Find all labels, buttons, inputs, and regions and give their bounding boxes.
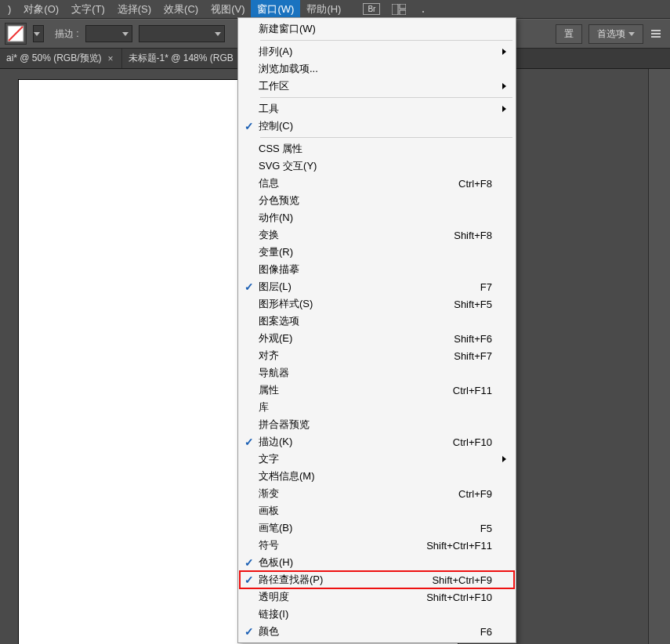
menu-item-label: 变量(R): [259, 245, 293, 259]
menu-item-label: 路径查找器(P): [259, 573, 323, 587]
menu-item[interactable]: 拼合器预览: [240, 416, 514, 433]
menu-item[interactable]: 工具: [240, 100, 514, 118]
menu-item[interactable]: ✓路径查找器(P)Shift+Ctrl+F9: [240, 571, 514, 588]
stroke-label: 描边 :: [55, 27, 79, 41]
arrange-documents-icon[interactable]: [391, 2, 407, 16]
menu-item[interactable]: 链接(I): [240, 606, 514, 623]
no-fill-swatch[interactable]: [5, 23, 27, 45]
menu-item-shortcut: F5: [480, 523, 514, 534]
menu-item[interactable]: 变量(R): [240, 244, 514, 261]
menu-item[interactable]: ✓颜色F6: [240, 623, 514, 640]
menu-object[interactable]: 对象(O): [17, 0, 65, 19]
menu-item-label: 浏览加载项...: [259, 62, 318, 76]
checkmark-icon: ✓: [240, 625, 259, 638]
settings-button[interactable]: 置: [556, 24, 582, 44]
checkmark-icon: ✓: [240, 573, 259, 586]
window-menu-dropdown: 新建窗口(W)排列(A)浏览加载项...工作区工具✓控制(C)CSS 属性SVG…: [237, 17, 516, 643]
menu-item[interactable]: ✓色板(H): [240, 554, 514, 571]
menu-item[interactable]: 图像描摹: [240, 261, 514, 278]
menu-item-shortcut: Shift+Ctrl+F11: [426, 540, 514, 552]
menu-item-shortcut: Shift+F6: [454, 333, 514, 345]
menu-item[interactable]: 工作区: [240, 78, 514, 95]
rocket-icon[interactable]: [418, 2, 433, 16]
menu-separator: [260, 40, 512, 41]
menu-type[interactable]: 文字(T): [65, 0, 111, 19]
menu-item-shortcut: Ctrl+F10: [453, 436, 514, 448]
menu-item[interactable]: 属性Ctrl+F11: [240, 382, 514, 399]
menu-item[interactable]: 画板: [240, 502, 514, 519]
menu-item[interactable]: 画笔(B)F5: [240, 519, 514, 537]
menu-help[interactable]: 帮助(H): [300, 0, 347, 19]
checkmark-icon: ✓: [240, 436, 259, 448]
checkmark-icon: ✓: [240, 556, 259, 569]
svg-rect-0: [392, 4, 398, 15]
menu-item[interactable]: 库: [240, 399, 514, 416]
document-tab-label: 未标题-1* @ 148% (RGB: [129, 52, 234, 65]
submenu-arrow-icon: [502, 456, 506, 462]
menu-item-label: 描边(K): [259, 435, 292, 449]
menu-item[interactable]: ✓图层(L)F7: [240, 278, 514, 295]
menu-truncated[interactable]: ): [2, 1, 17, 17]
menu-item[interactable]: 浏览加载项...: [240, 60, 514, 78]
chevron-down-icon: [628, 32, 635, 36]
menu-item-label: 分色预览: [259, 194, 299, 208]
document-tab[interactable]: 未标题-1* @ 148% (RGB: [122, 49, 242, 68]
menu-item[interactable]: 文档信息(M): [240, 468, 514, 485]
menu-item[interactable]: 变换Shift+F8: [240, 226, 514, 244]
menu-item-label: 动作(N): [259, 211, 293, 225]
fill-dropdown[interactable]: [33, 25, 44, 42]
menu-item[interactable]: 导航器: [240, 364, 514, 382]
menu-item[interactable]: CSS 属性: [240, 140, 514, 157]
menu-item-label: 渐变: [259, 487, 279, 501]
menu-item[interactable]: 透明度Shift+Ctrl+F10: [240, 588, 514, 606]
menu-item-label: 属性: [259, 383, 279, 397]
menu-window[interactable]: 窗口(W): [251, 0, 300, 19]
menu-item-label: 新建窗口(W): [259, 22, 316, 36]
menu-item[interactable]: 对齐Shift+F7: [240, 347, 514, 364]
menu-item[interactable]: 动作(N): [240, 209, 514, 226]
menu-item[interactable]: 文字: [240, 450, 514, 468]
menu-item-label: 外观(E): [259, 331, 292, 346]
menu-item-label: 图层(L): [259, 280, 292, 294]
menu-select[interactable]: 选择(S): [111, 0, 158, 19]
bridge-icon[interactable]: Br: [363, 3, 380, 15]
menu-effect[interactable]: 效果(C): [158, 0, 205, 19]
document-tab[interactable]: ai* @ 50% (RGB/预览) ×: [0, 49, 122, 68]
menu-item[interactable]: 排列(A): [240, 43, 514, 60]
menubar-icons: Br: [363, 2, 433, 16]
submenu-arrow-icon: [502, 49, 506, 55]
document-tab-label: ai* @ 50% (RGB/预览): [6, 52, 102, 65]
chevron-down-icon: [122, 32, 129, 36]
menu-item-label: 工作区: [259, 79, 289, 93]
menu-item[interactable]: 分色预览: [240, 192, 514, 209]
menu-item[interactable]: 外观(E)Shift+F6: [240, 330, 514, 347]
right-panel-dock[interactable]: [648, 69, 670, 644]
menu-item-label: 画板: [259, 504, 279, 518]
menubar: ) 对象(O) 文字(T) 选择(S) 效果(C) 视图(V) 窗口(W) 帮助…: [0, 0, 670, 19]
menu-item[interactable]: 信息Ctrl+F8: [240, 175, 514, 192]
stroke-weight-field[interactable]: [85, 25, 132, 42]
menu-item-label: 对齐: [259, 349, 279, 363]
menu-item[interactable]: 新建窗口(W): [240, 20, 514, 38]
menu-item[interactable]: ✓控制(C): [240, 118, 514, 135]
stroke-style-dropdown[interactable]: [139, 25, 225, 42]
menu-item[interactable]: 图形样式(S)Shift+F5: [240, 295, 514, 313]
menu-item-label: 图像描摹: [259, 262, 299, 277]
menu-item-label: 库: [259, 400, 269, 414]
menu-item[interactable]: 图案选项: [240, 313, 514, 330]
menu-item[interactable]: SVG 交互(Y): [240, 157, 514, 175]
svg-rect-1: [400, 4, 406, 9]
menu-item[interactable]: ✓描边(K)Ctrl+F10: [240, 433, 514, 450]
preferences-button[interactable]: 首选项: [589, 24, 643, 44]
menu-item-label: 排列(A): [259, 45, 292, 59]
close-icon[interactable]: ×: [108, 53, 114, 64]
menu-view[interactable]: 视图(V): [205, 0, 251, 19]
svg-point-3: [422, 11, 424, 13]
chevron-down-icon: [215, 32, 221, 36]
panel-menu-icon[interactable]: [650, 27, 665, 41]
menu-item[interactable]: 渐变Ctrl+F9: [240, 485, 514, 502]
menu-item-label: 颜色: [259, 624, 279, 639]
menu-item-shortcut: Shift+Ctrl+F10: [426, 592, 514, 603]
menu-item[interactable]: 符号Shift+Ctrl+F11: [240, 537, 514, 554]
menu-item-shortcut: Shift+F5: [454, 298, 514, 310]
